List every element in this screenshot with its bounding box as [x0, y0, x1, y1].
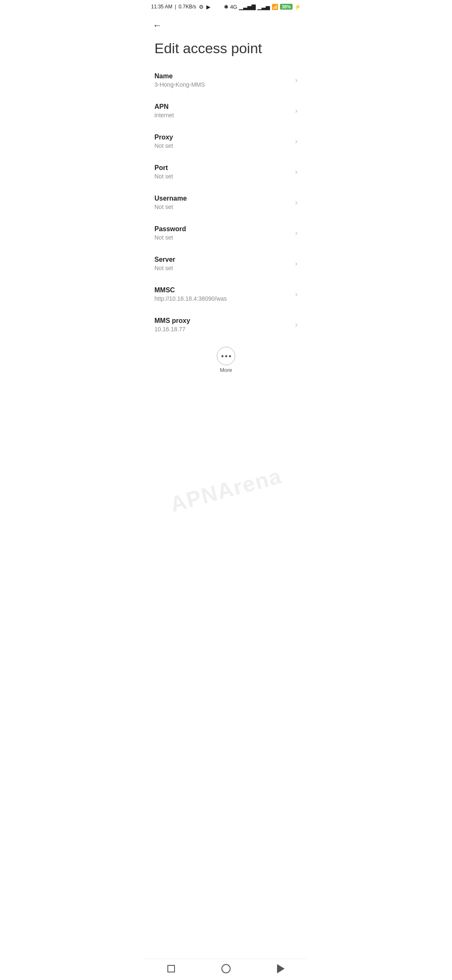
settings-item[interactable]: Username Not set › — [144, 187, 308, 218]
back-arrow-icon: ← — [153, 20, 162, 31]
chevron-right-icon: › — [295, 106, 298, 115]
dot2 — [225, 355, 227, 357]
settings-item-content-0: Name 3-Hong-Kong-MMS — [154, 72, 292, 88]
settings-item[interactable]: APN internet › — [144, 95, 308, 126]
settings-item[interactable]: MMSC http://10.16.18.4:38090/was › — [144, 279, 308, 309]
settings-item-content-2: Proxy Not set — [154, 134, 292, 149]
settings-item-label-6: Server — [154, 256, 292, 263]
settings-item-value-5: Not set — [154, 234, 292, 241]
chevron-right-icon: › — [295, 320, 298, 329]
speed: 0.7KB/s — [179, 4, 196, 10]
charging-icon: ⚡ — [294, 4, 301, 10]
settings-item-label-5: Password — [154, 225, 292, 233]
settings-item-content-1: APN internet — [154, 103, 292, 119]
settings-item[interactable]: Port Not set › — [144, 157, 308, 187]
wifi-icon: 📶 — [272, 4, 278, 10]
chevron-right-icon: › — [295, 290, 298, 299]
battery-indicator: 38 % — [280, 4, 293, 10]
settings-item-value-4: Not set — [154, 204, 292, 210]
dot3 — [229, 355, 231, 357]
settings-item-value-2: Not set — [154, 142, 292, 149]
chevron-right-icon: › — [295, 76, 298, 85]
settings-item-label-2: Proxy — [154, 134, 292, 141]
settings-item-content-6: Server Not set — [154, 256, 292, 271]
more-dots-icon — [221, 355, 231, 357]
settings-item[interactable]: Proxy Not set › — [144, 126, 308, 157]
battery-level: 38 — [282, 4, 287, 9]
bluetooth-icon: ✱ — [224, 4, 229, 10]
dot1 — [221, 355, 223, 357]
page-title: Edit access point — [144, 36, 308, 65]
settings-item-value-8: 10.16.18.77 — [154, 326, 292, 333]
signal-bars-icon: ▁▃▅▇ — [239, 4, 256, 10]
content-scroll: Name 3-Hong-Kong-MMS › APN internet › Pr… — [144, 65, 308, 413]
settings-item-content-8: MMS proxy 10.16.18.77 — [154, 317, 292, 333]
settings-item-value-6: Not set — [154, 265, 292, 271]
settings-item-content-7: MMSC http://10.16.18.4:38090/was — [154, 286, 292, 302]
video-icon: ▶ — [206, 4, 211, 10]
settings-list: Name 3-Hong-Kong-MMS › APN internet › Pr… — [144, 65, 308, 340]
settings-item-value-0: 3-Hong-Kong-MMS — [154, 81, 292, 88]
settings-item[interactable]: Password Not set › — [144, 218, 308, 248]
settings-icon: ⚙ — [199, 4, 204, 10]
settings-item-label-8: MMS proxy — [154, 317, 292, 325]
chevron-right-icon: › — [295, 229, 298, 237]
chevron-right-icon: › — [295, 137, 298, 146]
more-section[interactable]: More — [144, 340, 308, 380]
status-left: 11:35 AM | 0.7KB/s ⚙ ▶ — [151, 4, 211, 10]
chevron-right-icon: › — [295, 259, 298, 268]
settings-item-label-1: APN — [154, 103, 292, 111]
settings-item-content-5: Password Not set — [154, 225, 292, 241]
settings-item-value-1: internet — [154, 112, 292, 119]
more-label: More — [220, 367, 232, 373]
settings-item-label-7: MMSC — [154, 286, 292, 294]
settings-item-value-7: http://10.16.18.4:38090/was — [154, 295, 292, 302]
back-button[interactable]: ← — [151, 18, 164, 33]
settings-item-content-4: Username Not set — [154, 195, 292, 210]
battery-percent: % — [287, 4, 291, 9]
settings-item[interactable]: MMS proxy 10.16.18.77 › — [144, 309, 308, 340]
settings-item[interactable]: Server Not set › — [144, 248, 308, 279]
toolbar: ← — [144, 15, 308, 36]
time: 11:35 AM — [151, 4, 172, 10]
more-circle-icon — [217, 347, 235, 365]
separator: | — [175, 4, 176, 10]
settings-item-content-3: Port Not set — [154, 164, 292, 180]
chevron-right-icon: › — [295, 168, 298, 176]
chevron-right-icon: › — [295, 198, 298, 207]
settings-item-value-3: Not set — [154, 173, 292, 180]
settings-item-label-4: Username — [154, 195, 292, 202]
settings-item-label-3: Port — [154, 164, 292, 172]
status-bar: 11:35 AM | 0.7KB/s ⚙ ▶ ✱ 4G ▁▃▅▇ ▁▃▅ 📶 3… — [144, 0, 308, 13]
status-right: ✱ 4G ▁▃▅▇ ▁▃▅ 📶 38 % ⚡ — [224, 4, 301, 10]
signal-4g-icon: 4G — [230, 4, 237, 10]
signal-bars2-icon: ▁▃▅ — [257, 4, 270, 10]
settings-item-label-0: Name — [154, 72, 292, 80]
settings-item[interactable]: Name 3-Hong-Kong-MMS › — [144, 65, 308, 95]
